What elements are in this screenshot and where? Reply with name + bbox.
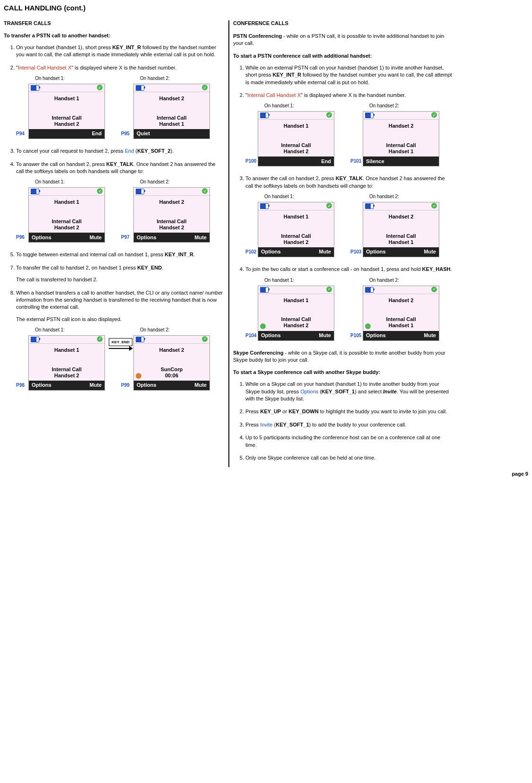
screen-p97: On handset 2: P97 Handset 2Internal Call… <box>133 179 210 243</box>
r-step-1: While on an external PSTN call on your h… <box>245 64 453 86</box>
battery-icon <box>260 287 269 293</box>
right-column: CONFERENCE CALLS PSTN Conferencing - whi… <box>233 20 453 467</box>
screen-p105: On handset 2: P105 Handset 2Internal Cal… <box>363 277 439 341</box>
s-step-5: Only one Skype conference call can be he… <box>245 454 453 461</box>
signal-icon <box>326 112 332 118</box>
transfer-subheading: To transfer a PSTN call to another hands… <box>4 33 224 38</box>
s-step-3: Press Invite (KEY_SOFT_1) to add the bud… <box>245 421 453 428</box>
pstn-intro: PSTN Conferencing - while on a PSTN call… <box>233 33 453 47</box>
page-number: page 9 <box>4 471 528 477</box>
battery-icon <box>136 85 144 91</box>
step-3: To cancel your call request to handset 2… <box>16 148 224 155</box>
battery-icon <box>31 85 39 91</box>
screen-p102: On handset 1: P102 Handset 1Internal Cal… <box>258 193 334 257</box>
battery-icon <box>365 287 374 293</box>
screen-p103: On handset 2: P103 Handset 2Internal Cal… <box>363 193 439 257</box>
signal-icon <box>202 188 208 194</box>
step-1: On your handset (handset 1), short press… <box>16 44 224 59</box>
step-2: "Internal Call Handset X" is displayed w… <box>16 64 224 139</box>
signal-icon <box>97 85 103 90</box>
column-divider <box>228 20 229 467</box>
battery-icon <box>31 189 39 194</box>
s-step-1: While on a Skype call on your handset (h… <box>245 381 453 402</box>
battery-icon <box>260 113 269 118</box>
screen-p94: On handset 1: P94 Handset 1Internal Call… <box>28 75 105 139</box>
signal-icon <box>202 336 208 342</box>
screen-p95: On handset 2: P95 Handset 2Internal Call… <box>133 75 210 139</box>
battery-icon <box>31 337 39 342</box>
battery-icon <box>365 113 374 118</box>
battery-icon <box>365 203 374 209</box>
signal-icon <box>326 287 332 292</box>
signal-icon <box>97 336 103 342</box>
step-8: When a handset transfers a call to anoth… <box>16 289 224 391</box>
s-step-4: Up to 5 participants including the confe… <box>245 434 453 449</box>
s-step-2: Press KEY_UP or KEY_DOWN to highlight th… <box>245 408 453 415</box>
screen-p104: On handset 1: P104 Handset 1Internal Cal… <box>258 277 334 341</box>
signal-icon <box>431 203 437 209</box>
signal-icon <box>202 85 208 90</box>
screen-p100: On handset 1: P100 Handset 1Internal Cal… <box>258 103 334 166</box>
key-end-arrow: KEY_END <box>109 338 132 349</box>
step-4: To answer the call on handset 2, press K… <box>16 161 224 243</box>
skype-subheading: To start a Skype conference call with an… <box>233 369 453 375</box>
skype-intro: Skype Conferencing - while on a Skype ca… <box>233 349 453 364</box>
page-title: CALL HANDLING (cont.) <box>4 4 528 12</box>
pstn-subheading: To start a PSTN conference call with add… <box>233 53 453 59</box>
screen-p96: On handset 1: P96 Handset 1Internal Call… <box>28 179 105 243</box>
transfer-heading: TRANSFER CALLS <box>4 20 224 26</box>
conference-heading: CONFERENCE CALLS <box>233 20 453 26</box>
step-7: To transfer the call to handset 2, on ha… <box>16 264 224 284</box>
battery-icon <box>260 203 269 209</box>
signal-icon <box>326 203 332 209</box>
r-step-2: "Internal Call Handset X" is displayed w… <box>245 92 453 166</box>
signal-icon <box>97 188 103 194</box>
r-step-3: To answer the call on handset 2, press K… <box>245 175 453 257</box>
step-5: To toggle between external and internal … <box>16 251 224 258</box>
screen-p101: On handset 2: P101 Handset 2Internal Cal… <box>363 103 439 166</box>
signal-icon <box>431 112 437 118</box>
signal-icon <box>431 287 437 292</box>
screen-p99: On handset 2: P99 Handset 2SunCorp00:06 … <box>133 327 210 391</box>
battery-icon <box>136 337 144 342</box>
screen-p98: On handset 1: P98 Handset 1Internal Call… <box>28 327 105 391</box>
left-column: TRANSFER CALLS To transfer a PSTN call t… <box>4 20 224 467</box>
r-step-4: To join the two calls or start a confere… <box>245 266 453 340</box>
battery-icon <box>136 189 144 194</box>
